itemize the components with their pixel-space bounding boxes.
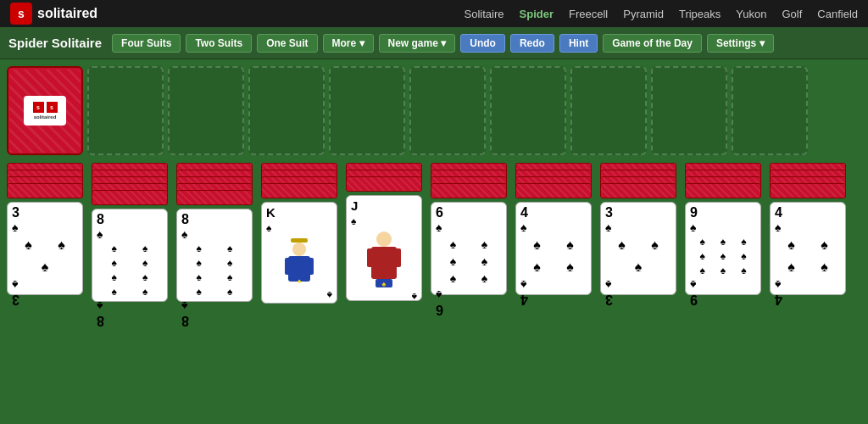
- stock-row: s s solitaired: [7, 66, 861, 159]
- stock-pile[interactable]: s s solitaired: [7, 66, 83, 155]
- stock-slot-2: [168, 66, 244, 155]
- nav-freecell[interactable]: Freecell: [569, 8, 608, 20]
- svg-text:♠: ♠: [382, 280, 387, 288]
- king-card-inner: K♠ ♠ K♠: [266, 205, 332, 300]
- hint-button[interactable]: Hint: [559, 34, 598, 53]
- stock-slot-8: [651, 66, 727, 155]
- card-suit-bottom: ♠: [181, 299, 248, 313]
- card-9-spades[interactable]: 9 ♠ ♠♠♠♠♠♠♠♠♠ ♠ 9: [685, 202, 761, 295]
- nav-pyramid[interactable]: Pyramid: [623, 8, 664, 20]
- logo-icon: s: [10, 3, 32, 25]
- logo-text: solitaired: [37, 6, 97, 21]
- nav-yukon[interactable]: Yukon: [736, 8, 766, 20]
- card-back: [92, 190, 168, 205]
- column-9: 9 ♠ ♠♠♠♠♠♠♠♠♠ ♠ 9: [685, 163, 765, 424]
- game-of-day-button[interactable]: Game of the Day: [603, 34, 702, 53]
- svg-rect-5: [285, 258, 293, 275]
- stock-pattern: s s solitaired: [9, 70, 81, 153]
- card-suit-bottom: ♠: [12, 278, 78, 292]
- card-3-spades[interactable]: 3 ♠ ♠♠♠ ♠ 3: [7, 202, 83, 295]
- card-back: [515, 183, 592, 198]
- king-rank-bottom: K♠: [266, 289, 332, 304]
- card-rank-bottom: 4: [775, 292, 841, 307]
- nav-golf[interactable]: Golf: [782, 8, 802, 20]
- column-2: 8 ♠ ♠♠♠♠♠♠♠♠ ♠ 8: [92, 163, 172, 424]
- card-pips: ♠♠♠♠♠♠♠♠: [97, 241, 163, 299]
- stock-slot-1: [87, 66, 164, 155]
- card-back: [176, 190, 253, 205]
- king-figure: ♠: [266, 234, 332, 289]
- card-4-spades[interactable]: 4 ♠ ♠♠♠♠ ♠ 4: [515, 202, 592, 295]
- card-king-spades[interactable]: K♠ ♠ K♠: [261, 202, 337, 304]
- card-back: [261, 183, 337, 198]
- column-1: 3 ♠ ♠♠♠ ♠ 3: [7, 163, 87, 424]
- columns-row: 3 ♠ ♠♠♠ ♠ 3 8 ♠ ♠♠♠♠♠♠♠♠ ♠: [7, 163, 861, 424]
- column-4: K♠ ♠ K♠: [261, 163, 342, 424]
- card-suit-bottom: ♠: [605, 278, 671, 292]
- card-suit: ♠: [181, 227, 248, 241]
- card-rank-bottom: 4: [520, 292, 587, 307]
- card-rank-bottom: 3: [605, 292, 671, 307]
- card-rank: 6: [436, 205, 502, 220]
- card-back: [346, 176, 422, 192]
- card-rank: 4: [520, 205, 587, 220]
- nav-tripeaks[interactable]: Tripeaks: [679, 8, 721, 20]
- svg-rect-10: [367, 248, 377, 267]
- card-rank-bottom: 8: [181, 313, 248, 328]
- card-suit: ♠: [690, 220, 756, 234]
- column-8: 3 ♠ ♠♠♠ ♠ 3: [600, 163, 681, 424]
- card-pips: ♠♠♠♠: [520, 234, 587, 278]
- jack-rank-top: J♠: [351, 198, 417, 227]
- jack-rank-bottom: J♠: [351, 291, 417, 301]
- nav-spider[interactable]: Spider: [520, 8, 554, 20]
- card-suit-bottom: ♠: [436, 288, 502, 302]
- card-suit: ♠: [12, 220, 78, 234]
- game-toolbar: Spider Solitaire Four Suits Two Suits On…: [0, 27, 868, 59]
- nav-solitaire[interactable]: Solitaire: [465, 8, 504, 20]
- jack-svg: ♠: [363, 227, 405, 291]
- card-8-spades[interactable]: 8 ♠ ♠♠♠♠♠♠♠♠ ♠ 8: [92, 209, 168, 302]
- settings-button[interactable]: Settings ▾: [707, 34, 774, 53]
- card-pips: ♠♠♠♠♠♠: [436, 234, 502, 288]
- card-rank: 3: [605, 205, 671, 220]
- card-pips: ♠♠♠♠: [775, 234, 841, 278]
- card-back: [431, 183, 507, 198]
- card-suit: ♠: [520, 220, 587, 234]
- card-4-spades-2[interactable]: 4 ♠ ♠♠♠♠ ♠ 4: [770, 202, 846, 295]
- column-6: 6 ♠ ♠♠♠♠♠♠ ♠ 6: [431, 163, 511, 424]
- card-6-spades[interactable]: 6 ♠ ♠♠♠♠♠♠ ♠ 6: [431, 202, 507, 295]
- card-suit: ♠: [97, 227, 163, 241]
- nav-links: Solitaire Spider Freecell Pyramid Tripea…: [465, 8, 858, 20]
- four-suits-button[interactable]: Four Suits: [112, 34, 181, 53]
- card-rank-bottom: 9: [690, 292, 756, 307]
- card-3-spades-2[interactable]: 3 ♠ ♠♠♠ ♠ 3: [600, 202, 676, 295]
- card-back: [7, 183, 83, 198]
- undo-button[interactable]: Undo: [460, 34, 505, 53]
- card-pips: ♠♠♠: [12, 234, 78, 278]
- card-rank: 8: [181, 212, 248, 227]
- card-rank-bottom: 6: [436, 302, 502, 317]
- more-button[interactable]: More ▾: [323, 34, 374, 53]
- card-rank: 9: [690, 205, 756, 220]
- stock-slot-6: [490, 66, 566, 155]
- new-game-button[interactable]: New game ▾: [379, 34, 456, 53]
- jack-inner: J♠ ♠ J♠: [351, 198, 417, 298]
- card-suit-bottom: ♠: [520, 278, 587, 292]
- king-svg: ♠: [278, 234, 320, 289]
- logo-area: s solitaired: [10, 3, 97, 25]
- two-suits-button[interactable]: Two Suits: [186, 34, 252, 53]
- card-suit: ♠: [775, 220, 841, 234]
- one-suit-button[interactable]: One Suit: [257, 34, 317, 53]
- card-suit: ♠: [605, 220, 671, 234]
- nav-canfield[interactable]: Canfield: [817, 8, 858, 20]
- card-rank: 4: [775, 205, 841, 220]
- stock-slot-4: [329, 66, 405, 155]
- svg-point-8: [376, 232, 392, 247]
- card-rank: 3: [12, 205, 78, 220]
- column-3: 8 ♠ ♠♠♠♠♠♠♠♠ ♠ 8: [176, 163, 257, 424]
- column-5: J♠ ♠ J♠: [346, 163, 426, 424]
- redo-button[interactable]: Redo: [510, 34, 554, 53]
- card-8-spades-2[interactable]: 8 ♠ ♠♠♠♠♠♠♠♠ ♠ 8: [176, 209, 253, 302]
- card-jack-spades[interactable]: J♠ ♠ J♠: [346, 195, 422, 301]
- stock-slot-7: [570, 66, 647, 155]
